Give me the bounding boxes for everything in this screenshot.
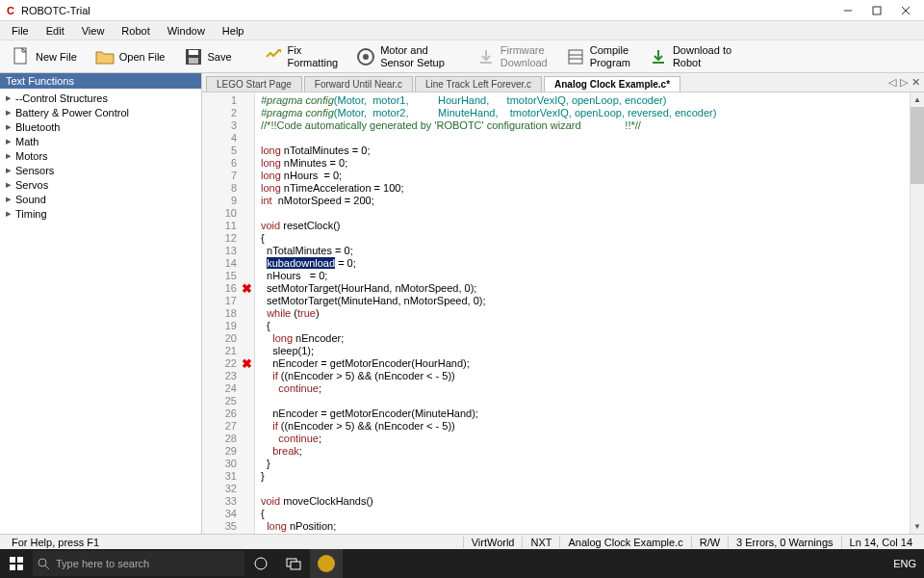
motor-setup-button[interactable]: Motor andSensor Setup — [348, 42, 451, 71]
editor-tab[interactable]: Line Track Left Forever.c — [415, 76, 542, 92]
start-button[interactable] — [0, 549, 33, 578]
sidebar-item[interactable]: ▸Battery & Power Control — [0, 105, 201, 119]
tab-nav-left-icon[interactable]: ◁ — [888, 76, 896, 89]
open-file-button[interactable]: Open File — [88, 42, 172, 71]
menu-robot[interactable]: Robot — [114, 23, 157, 39]
tree-expand-icon: ▸ — [6, 193, 12, 205]
code-line[interactable]: void moveClockHands() — [261, 495, 904, 508]
side-list: ▸--Control Structures▸Battery & Power Co… — [0, 89, 201, 223]
sidebar-item[interactable]: ▸Sound — [0, 192, 201, 206]
code-line[interactable] — [261, 483, 904, 495]
code-line[interactable]: continue; — [261, 433, 904, 445]
fix-formatting-icon — [263, 46, 284, 67]
code-line[interactable]: while (true) — [261, 307, 904, 320]
sidebar-item[interactable]: ▸--Control Structures — [0, 91, 201, 105]
compile-button[interactable]: CompileProgram — [558, 42, 637, 71]
code-line[interactable]: nHours = 0; — [261, 270, 904, 282]
code-line[interactable]: { — [261, 320, 904, 332]
code-line[interactable] — [261, 395, 904, 407]
sidebar-item[interactable]: ▸Timing — [0, 206, 201, 221]
menu-view[interactable]: View — [74, 23, 113, 39]
sidebar-item[interactable]: ▸Math — [0, 134, 201, 148]
tree-expand-icon: ▸ — [6, 149, 12, 162]
sidebar-item[interactable]: ▸Sensors — [0, 163, 201, 177]
svg-point-23 — [255, 558, 267, 569]
code-line[interactable]: break; — [261, 445, 904, 458]
sidebar-item[interactable]: ▸Servos — [0, 177, 201, 192]
minimize-button[interactable] — [834, 1, 862, 20]
sidebar-item[interactable]: ▸Bluetooth — [0, 119, 201, 134]
compile-label-1: Compile — [590, 44, 630, 56]
code-line[interactable]: #pragma config(Motor, motor1, HourHand, … — [261, 94, 904, 107]
code-line[interactable]: { — [261, 508, 904, 520]
menu-help[interactable]: Help — [215, 23, 252, 39]
sidebar-item[interactable]: ▸Motors — [0, 148, 201, 163]
scrollbar-up-arrow[interactable]: ▲ — [911, 92, 924, 107]
tab-nav-right-icon[interactable]: ▷ — [900, 76, 908, 89]
code-line[interactable]: nEncoder = getMotorEncoder(MinuteHand); — [261, 407, 904, 420]
close-button[interactable] — [891, 1, 920, 20]
code-line[interactable]: int nMotorSpeed = 200; — [261, 195, 904, 207]
tab-close-icon[interactable]: ✕ — [911, 76, 920, 89]
tree-expand-icon: ▸ — [6, 178, 12, 191]
editor-tab[interactable]: LEGO Start Page — [206, 76, 302, 92]
code-line[interactable]: continue; — [261, 382, 904, 395]
code-line[interactable]: long nHours = 0; — [261, 170, 904, 182]
code-body[interactable]: #pragma config(Motor, motor1, HourHand, … — [255, 92, 910, 534]
code-line[interactable]: if ((nEncoder > 5) && (nEncoder < - 5)) — [261, 370, 904, 382]
new-file-button[interactable]: New File — [4, 42, 84, 71]
code-line[interactable]: if ((nEncoder > 5) && (nEncoder < - 5)) — [261, 420, 904, 433]
svg-rect-16 — [653, 62, 664, 64]
code-line[interactable]: long nMinutes = 0; — [261, 157, 904, 170]
code-editor[interactable]: 12345678910111213141516✖171819202122✖232… — [202, 92, 924, 534]
gutter-line: 4 — [202, 132, 254, 144]
code-line[interactable]: setMotorTarget(HourHand, nMotorSpeed, 0)… — [261, 282, 904, 295]
code-line[interactable]: long nTotalMinutes = 0; — [261, 144, 904, 157]
taskbar-lang[interactable]: ENG — [893, 558, 916, 569]
code-line[interactable] — [261, 207, 904, 220]
menu-window[interactable]: Window — [160, 23, 213, 39]
code-line[interactable]: nEncoder = getMotorEncoder(HourHand); — [261, 357, 904, 370]
status-help: For Help, press F1 — [4, 537, 107, 548]
dl-label-1: Download to — [673, 44, 732, 56]
vertical-scrollbar[interactable]: ▲ ▼ — [910, 92, 924, 534]
firmware-download-button[interactable]: FirmwareDownload — [469, 42, 554, 71]
search-placeholder: Type here to search — [56, 558, 149, 569]
editor-tab[interactable]: Analog Clock Example.c* — [544, 76, 680, 92]
menu-edit[interactable]: Edit — [38, 23, 72, 39]
editor-tab[interactable]: Forward Until Near.c — [304, 76, 413, 92]
code-line[interactable]: long nPosition; — [261, 520, 904, 533]
gutter-line: 23 — [202, 370, 254, 382]
compile-icon — [565, 46, 586, 67]
code-line[interactable]: } — [261, 458, 904, 470]
code-line[interactable]: //*!!Code automatically generated by 'RO… — [261, 119, 904, 132]
code-line[interactable]: const long kTicksPerRevolutionMinutes = … — [261, 533, 904, 534]
code-line[interactable]: void resetClock() — [261, 220, 904, 232]
code-line[interactable]: kubadownload = 0; — [261, 257, 904, 270]
fix-formatting-button[interactable]: FixFormatting — [256, 42, 346, 71]
save-button[interactable]: Save — [176, 42, 239, 71]
menu-file[interactable]: File — [4, 23, 37, 39]
code-line[interactable] — [261, 132, 904, 144]
gutter-line: 25 — [202, 395, 254, 407]
download-robot-button[interactable]: Download toRobot — [641, 42, 738, 71]
code-line[interactable]: setMotorTarget(MinuteHand, nMotorSpeed, … — [261, 295, 904, 307]
code-line[interactable]: long nEncoder; — [261, 332, 904, 345]
maximize-button[interactable] — [862, 1, 891, 20]
code-line[interactable]: long nTimeAcceleration = 100; — [261, 182, 904, 195]
code-line[interactable]: } — [261, 470, 904, 483]
svg-rect-18 — [17, 557, 23, 563]
code-line[interactable]: nTotalMinutes = 0; — [261, 245, 904, 257]
taskbar-app-robotc[interactable] — [310, 549, 343, 578]
cortana-button[interactable] — [244, 549, 277, 578]
fix-label-1: Fix — [288, 44, 339, 56]
code-line[interactable]: sleep(1); — [261, 345, 904, 357]
code-line[interactable]: { — [261, 232, 904, 245]
sidebar-item-label: Battery & Power Control — [15, 107, 129, 118]
scrollbar-thumb[interactable] — [911, 107, 924, 184]
task-view-button[interactable] — [277, 549, 310, 578]
taskbar-search[interactable]: Type here to search — [33, 551, 244, 576]
scrollbar-down-arrow[interactable]: ▼ — [911, 519, 924, 534]
side-panel: Text Functions ▸--Control Structures▸Bat… — [0, 73, 202, 534]
code-line[interactable]: #pragma config(Motor, motor2, MinuteHand… — [261, 107, 904, 119]
